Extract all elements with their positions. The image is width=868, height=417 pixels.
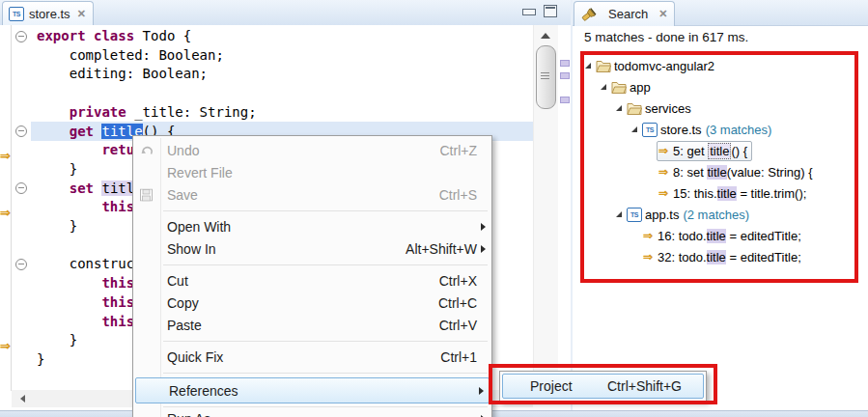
search-results-tree: todomvc-angular2appservicesTSstore.ts(3 … — [583, 55, 863, 279]
search-status: 5 matches - done in 617 ms. — [584, 30, 748, 44]
tree-item-app-ts[interactable]: TSapp.ts(2 matches) — [583, 204, 863, 225]
tree-item-store-ts[interactable]: TSstore.ts(3 matches) — [583, 119, 863, 140]
match-arrow-icon: ⇒ — [658, 144, 673, 157]
scroll-left-icon[interactable] — [20, 395, 25, 403]
search-match-arrow-icon: ⇒ — [0, 340, 12, 353]
submenu-item-label: Project — [530, 378, 573, 394]
tree-item-label: todomvc-angular2 — [614, 59, 714, 73]
menu-shortcut: Ctrl+1 — [440, 349, 477, 365]
menu-item-show-in[interactable]: Show InAlt+Shift+W — [134, 237, 490, 260]
editor-context-menu: UndoCtrl+ZRevert FileSaveCtrl+SOpen With… — [132, 135, 492, 417]
menu-shortcut: Ctrl+V — [439, 318, 477, 333]
menu-item-cut[interactable]: CutCtrl+X — [134, 269, 490, 292]
annotation-ruler: ⇒⇒⇒ — [0, 25, 12, 391]
submenu-arrow-icon — [481, 245, 486, 253]
folder-icon — [596, 60, 611, 72]
occurrence-mark[interactable] — [560, 60, 570, 67]
menu-item-save[interactable]: SaveCtrl+S — [134, 183, 490, 206]
match-arrow-icon: ⇒ — [643, 250, 658, 264]
submenu-item-project[interactable]: ProjectCtrl+Shift+G — [502, 374, 704, 399]
fold-collapse-icon[interactable] — [15, 259, 27, 270]
menu-item-open-with[interactable]: Open With — [134, 215, 490, 237]
search-tabbar: Search ✕ — [573, 0, 868, 26]
menu-item-revert-file[interactable]: Revert File — [134, 161, 490, 183]
tree-item-todomvc-angular2[interactable]: todomvc-angular2 — [583, 55, 863, 76]
occurrence-mark[interactable] — [560, 97, 570, 103]
menu-item-label: References — [169, 383, 238, 399]
menu-item-label: Save — [167, 187, 198, 203]
editor-tab-title: store.ts — [29, 7, 70, 21]
tab-store-ts[interactable]: TS store.ts ✕ — [2, 1, 94, 26]
tab-search[interactable]: Search ✕ — [574, 1, 675, 26]
menu-separator — [163, 210, 488, 211]
tree-expander-icon[interactable] — [630, 124, 641, 135]
tree-item-label: app.ts — [645, 208, 679, 222]
search-tab-title: Search — [608, 7, 648, 21]
maximize-icon[interactable] — [544, 5, 557, 17]
search-match-row[interactable]: ⇒15: this.title = title.trim(); — [583, 182, 863, 204]
menu-shortcut: Alt+Shift+W — [406, 241, 477, 257]
code-line: private _title: String; — [37, 102, 533, 122]
menu-item-label: Open With — [167, 219, 231, 235]
tree-item-services[interactable]: services — [583, 97, 863, 119]
menu-item-label: Undo — [167, 143, 199, 158]
match-arrow-icon: ⇒ — [643, 229, 658, 242]
fold-collapse-icon[interactable] — [15, 182, 27, 194]
search-panel: Search ✕ 5 matches - done in 617 ms. tod… — [573, 0, 868, 417]
folder-icon — [611, 81, 627, 94]
tree-item-label: app — [630, 80, 651, 95]
menu-item-label: Cut — [167, 273, 188, 289]
tree-expander-icon[interactable] — [614, 208, 626, 220]
menu-shortcut: Ctrl+Z — [440, 143, 478, 158]
tree-expander-icon[interactable] — [599, 81, 610, 93]
menu-item-paste[interactable]: PasteCtrl+V — [134, 314, 490, 336]
menu-item-quick-fix[interactable]: Quick FixCtrl+1 — [134, 346, 490, 368]
menu-item-run-as[interactable]: Run As — [134, 407, 490, 417]
tree-item-app[interactable]: app — [583, 76, 863, 97]
close-icon[interactable]: ✕ — [77, 9, 86, 19]
menu-item-label: Quick Fix — [167, 349, 223, 365]
menu-item-copy[interactable]: CopyCtrl+C — [134, 292, 490, 314]
search-match-row[interactable]: ⇒16: todo.title = editedTitle; — [583, 225, 863, 246]
search-match-arrow-icon: ⇒ — [0, 150, 12, 163]
close-icon[interactable]: ✕ — [658, 9, 667, 19]
search-match-row[interactable]: ⇒32: todo.title = editedTitle; — [583, 246, 863, 267]
menu-separator — [163, 373, 488, 374]
match-arrow-icon: ⇒ — [658, 186, 673, 200]
menu-item-undo[interactable]: UndoCtrl+Z — [134, 139, 490, 161]
undo-icon — [140, 144, 154, 156]
vertical-scrollbar-thumb[interactable] — [536, 45, 556, 109]
references-submenu: ProjectCtrl+Shift+G — [499, 371, 707, 402]
vertical-scrollbar[interactable] — [533, 25, 558, 386]
app-window: { "colors": { "annotation_red": "#e01515… — [0, 0, 868, 417]
menu-shortcut: Ctrl+X — [439, 273, 477, 289]
menu-separator — [163, 341, 488, 342]
menu-shortcut: Ctrl+C — [438, 295, 477, 311]
tree-expander-icon[interactable] — [614, 102, 626, 114]
menu-separator — [163, 264, 488, 265]
tree-expander-icon[interactable] — [583, 60, 595, 71]
minimize-icon[interactable] — [522, 9, 536, 15]
submenu-arrow-icon — [481, 223, 486, 231]
menu-item-label: Copy — [167, 295, 199, 311]
search-match-arrow-icon: ⇒ — [0, 207, 12, 220]
scroll-up-icon[interactable] — [541, 33, 550, 39]
search-match-row[interactable]: ⇒5: get title() { — [583, 140, 863, 161]
typescript-file-icon: TS — [642, 123, 658, 137]
occurrence-mark[interactable] — [560, 72, 570, 79]
overview-ruler[interactable] — [558, 25, 571, 386]
editor-tabbar: TS store.ts ✕ — [0, 0, 571, 26]
submenu-shortcut: Ctrl+Shift+G — [607, 378, 682, 394]
code-line: completed: Boolean; — [37, 45, 533, 65]
match-count-decoration: (2 matches) — [683, 208, 749, 222]
fold-collapse-icon[interactable] — [15, 125, 27, 137]
menu-item-references[interactable]: References — [135, 377, 490, 403]
folding-ruler[interactable] — [12, 25, 31, 391]
folder-icon — [627, 102, 642, 115]
fold-collapse-icon[interactable] — [15, 31, 27, 42]
code-line — [37, 83, 533, 102]
typescript-file-icon: TS — [627, 208, 642, 222]
code-line: export class Todo { — [37, 26, 533, 45]
match-count-decoration: (3 matches) — [706, 123, 772, 137]
search-match-row[interactable]: ⇒8: set title(value: String) { — [583, 161, 863, 182]
